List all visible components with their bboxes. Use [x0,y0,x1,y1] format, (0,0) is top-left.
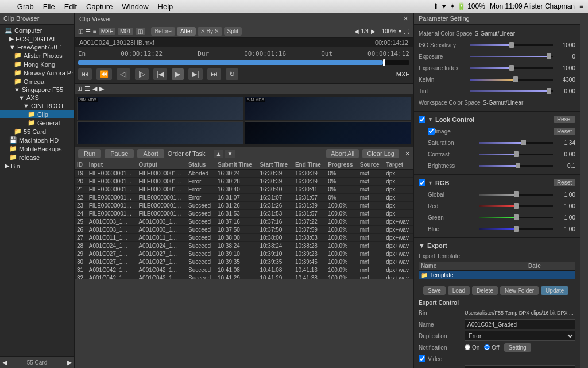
viewer-close-btn[interactable]: ✕ [403,15,408,22]
notification-off-radio[interactable] [484,344,490,350]
saturation-slider[interactable] [479,142,553,144]
template-row[interactable]: 📁Template [419,271,575,280]
metadata-btn[interactable]: ◫ [136,28,145,35]
transport-go-start[interactable]: |◀ [153,68,167,80]
tint-slider[interactable] [470,90,553,92]
contrast-slider[interactable] [479,154,553,155]
tree-item-eos[interactable]: ▶EOS_DIGITAL [0,34,74,43]
export-header[interactable]: ▼Export [419,240,575,251]
delete-button[interactable]: Delete [472,286,498,295]
view-mode-grid[interactable]: ◫ [78,28,83,34]
task-row[interactable]: 27 A001C011_1... A001C011_1... Succeed 1… [75,234,413,242]
tree-item-general[interactable]: 📁General [0,118,74,127]
run-button[interactable]: Run [78,149,101,158]
transport-rewind[interactable]: ⏮ [78,68,92,80]
task-row[interactable]: 31 A001C042_1... A001C042_1... Succeed 1… [75,266,413,274]
transport-loop[interactable]: ↻ [226,68,238,80]
fullscreen-btn[interactable]: ⛶ [404,28,409,34]
tab-before[interactable]: Before [151,27,175,36]
task-row[interactable]: 25 A001C003_1... A001C003_1... Succeed 1… [75,218,413,226]
menu-grab[interactable]: Grab [17,2,34,11]
abort-all-button[interactable]: Abort All [326,149,359,158]
notification-off-option[interactable]: Off [484,344,499,351]
nav-next[interactable]: ▶ [371,28,376,34]
notification-icon[interactable]: ≡ [579,2,583,10]
new-folder-button[interactable]: New Folder [500,286,539,295]
task-row[interactable]: 23 FILE00000001... FILE00000001... Succe… [75,202,413,210]
tree-item-5x5card[interactable]: 📁55 Card [0,127,74,136]
task-row[interactable]: 21 FILE00000001... FILE00000001... Error… [75,186,413,194]
rgb-checkbox[interactable] [419,179,425,186]
image-checkbox[interactable] [428,128,435,135]
look-control-reset[interactable]: Reset [554,116,575,123]
transport-go-end[interactable]: ▶| [188,68,202,80]
task-row[interactable]: 28 A001C024_1... A001C024_1... Succeed 1… [75,242,413,250]
load-button[interactable]: Load [448,286,470,295]
notification-on-radio[interactable] [465,344,470,350]
pause-button[interactable]: Pause [105,149,134,158]
exp-index-slider[interactable] [470,67,553,69]
tree-item-cineroot[interactable]: ▼CINEROOT [0,102,74,110]
notification-setting-btn[interactable]: Setting [504,343,531,352]
tree-item-singapore[interactable]: ▼Singapore F55 [0,86,74,94]
clip-nav-left[interactable]: ◀ [2,359,7,366]
video-checkbox[interactable] [419,355,425,362]
transport-frame-back[interactable]: ◁| [117,68,130,80]
thumb-view-grid[interactable]: ⊞ [77,85,82,93]
menu-window[interactable]: Window [122,2,148,11]
tree-item-computer[interactable]: 💻Computer [0,26,74,34]
transport-mxf[interactable]: MXF [396,71,409,78]
tree-item-macintosh[interactable]: 💾Macintosh HD [0,136,74,144]
format-select[interactable]: DPX TIFF OpenEXR [465,365,575,368]
task-table-container[interactable]: ID Input Output Status Submit Time Start… [75,160,413,279]
brightness-slider[interactable] [479,165,553,167]
order-up[interactable]: ▲ [214,150,224,158]
transport-step-fwd[interactable]: ⏭ [207,68,221,80]
kelvin-slider[interactable] [470,79,553,80]
tree-item-norway[interactable]: 📁Norway Aurora Pr [0,68,74,77]
transport-frame-fwd[interactable]: |▷ [135,68,149,80]
thumb-item-1[interactable]: SIM MDS A001C023_1301238B/A001C024_13012… [245,97,411,120]
image-reset[interactable]: Reset [554,128,575,135]
zoom-level[interactable]: 100% [381,28,396,34]
abort-button[interactable]: Abort [137,149,164,158]
menu-help[interactable]: Help [158,2,173,11]
green-slider[interactable] [479,217,553,218]
thumb-view-list[interactable]: ☰ [84,85,90,93]
order-down[interactable]: ▼ [225,150,235,158]
tab-after[interactable]: After [177,27,196,36]
task-close-btn[interactable]: ✕ [405,150,410,158]
tab-sbys[interactable]: S By S [198,27,222,36]
tab-split[interactable]: Split [224,27,242,36]
tree-item-freeagent[interactable]: ▼FreeAgent750-1 [0,43,74,51]
tree-item-axs[interactable]: ▼AXS [0,94,74,102]
view-mode-detail[interactable]: ≡ [93,28,96,34]
menu-file[interactable]: File [43,2,55,11]
task-row[interactable]: 32 A001C042_1... A001C042_1... Succeed 1… [75,274,413,279]
task-row[interactable]: 30 A001C027_1... A001C027_1... Succeed 1… [75,258,413,266]
global-slider[interactable] [479,194,553,195]
tree-item-hongkong[interactable]: 📁Hong Kong [0,60,74,68]
clear-log-button[interactable]: Clear Log [362,149,399,158]
task-row[interactable]: 20 FILE00000001... FILE00000001... Error… [75,178,413,186]
thumb-item-3[interactable]: preview [245,121,411,145]
task-row[interactable]: 22 FILE00000001... FILE00000001... Error… [75,194,413,202]
duplication-select[interactable]: Error Overwrite Skip [465,331,575,341]
thumb-nav-left[interactable]: ◀ [92,85,97,93]
menu-edit[interactable]: Edit [64,2,77,11]
exposure-slider[interactable] [470,56,553,57]
progress-bar[interactable] [78,60,409,65]
transport-step-back[interactable]: ⏪ [96,68,112,80]
task-row[interactable]: 24 FILE00000001... FILE00000001... Succe… [75,210,413,218]
nav-prev[interactable]: ◀ [354,28,359,34]
thumb-item-0[interactable]: SIM MDS A001C023_1301237X/A001C023_13012… [77,97,243,120]
tree-item-mobilebackups[interactable]: 📁MobileBackups [0,144,74,153]
tree-item-bin[interactable]: ▶Bin [0,162,74,170]
clip-nav-right[interactable]: ▶ [67,359,72,366]
thumb-item-2[interactable]: A001C025_1301238R8/A001C025_13012... [77,121,243,145]
look-control-checkbox[interactable] [419,116,425,123]
apple-menu[interactable]:  [5,1,8,12]
transport-play[interactable]: ▶ [172,68,184,80]
tree-item-omega[interactable]: 📁Omega [0,77,74,86]
blue-slider[interactable] [479,228,553,230]
